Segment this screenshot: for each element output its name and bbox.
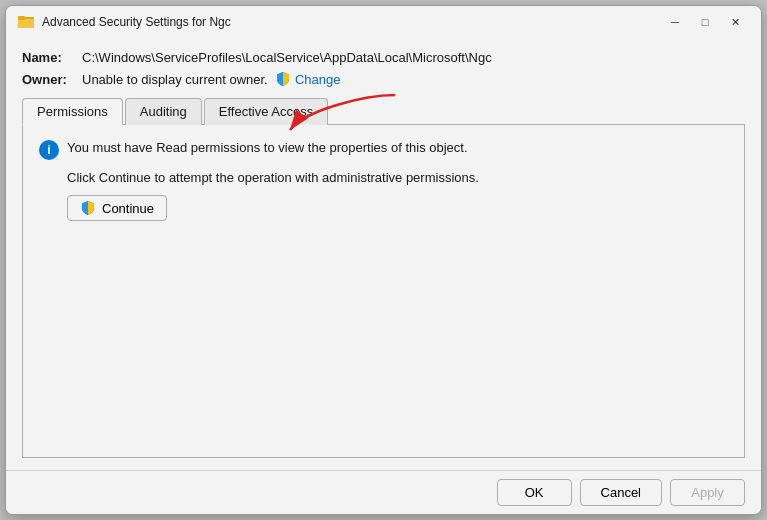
window-controls: ─ □ ✕ <box>661 11 749 33</box>
cancel-button[interactable]: Cancel <box>580 479 662 506</box>
owner-label: Owner: <box>22 72 82 87</box>
info-box: i You must have Read permissions to view… <box>39 139 728 160</box>
ok-label: OK <box>525 485 544 500</box>
bottom-bar: OK Cancel Apply <box>6 470 761 514</box>
tab-effective-access[interactable]: Effective Access <box>204 98 328 125</box>
minimize-button[interactable]: ─ <box>661 11 689 33</box>
continue-button[interactable]: Continue <box>67 195 167 221</box>
name-row: Name: C:\Windows\ServiceProfiles\LocalSe… <box>22 50 745 65</box>
continue-instruction: Click Continue to attempt the operation … <box>67 170 728 185</box>
close-icon: ✕ <box>731 16 740 29</box>
folder-icon <box>18 14 34 30</box>
maximize-button[interactable]: □ <box>691 11 719 33</box>
continue-button-label: Continue <box>102 201 154 216</box>
tab-auditing[interactable]: Auditing <box>125 98 202 125</box>
name-label: Name: <box>22 50 82 65</box>
tab-permissions-label: Permissions <box>37 104 108 119</box>
tab-permissions[interactable]: Permissions <box>22 98 123 125</box>
minimize-icon: ─ <box>671 16 679 28</box>
apply-button[interactable]: Apply <box>670 479 745 506</box>
dialog-content: Name: C:\Windows\ServiceProfiles\LocalSe… <box>6 38 761 470</box>
owner-row: Owner: Unable to display current owner. … <box>22 71 745 87</box>
cancel-label: Cancel <box>601 485 641 500</box>
change-label: Change <box>295 72 341 87</box>
title-bar: Advanced Security Settings for Ngc ─ □ ✕ <box>6 6 761 38</box>
tab-content-area: i You must have Read permissions to view… <box>22 125 745 458</box>
info-icon: i <box>39 140 59 160</box>
window-title: Advanced Security Settings for Ngc <box>42 15 661 29</box>
advanced-security-dialog: Advanced Security Settings for Ngc ─ □ ✕… <box>5 5 762 515</box>
name-value: C:\Windows\ServiceProfiles\LocalService\… <box>82 50 492 65</box>
info-message: You must have Read permissions to view t… <box>67 139 468 157</box>
svg-rect-1 <box>18 19 34 28</box>
owner-value: Unable to display current owner. <box>82 72 268 87</box>
svg-rect-2 <box>18 16 25 20</box>
ok-button[interactable]: OK <box>497 479 572 506</box>
uac-shield-icon <box>275 71 291 87</box>
change-link[interactable]: Change <box>275 71 341 87</box>
continue-shield-icon <box>80 200 96 216</box>
apply-label: Apply <box>691 485 724 500</box>
tabs-container: Permissions Auditing Effective Access <box>22 97 745 125</box>
maximize-icon: □ <box>702 16 709 28</box>
tab-auditing-label: Auditing <box>140 104 187 119</box>
close-button[interactable]: ✕ <box>721 11 749 33</box>
tab-effective-access-label: Effective Access <box>219 104 313 119</box>
